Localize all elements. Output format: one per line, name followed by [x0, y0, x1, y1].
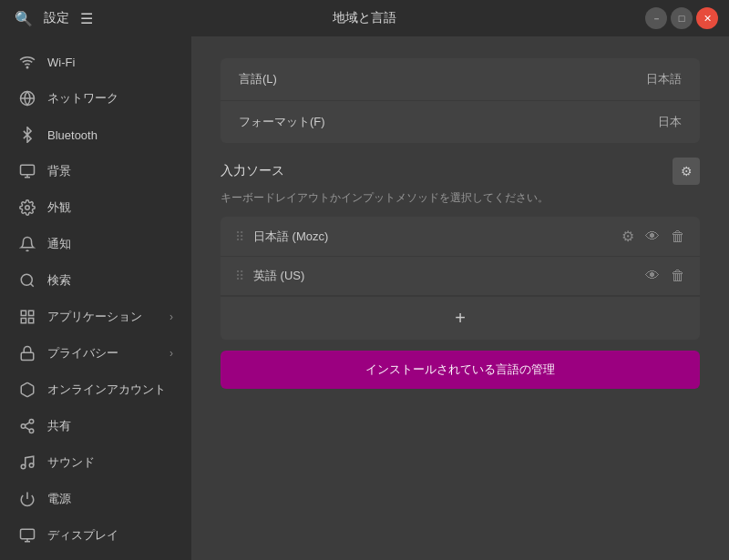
wifi-icon — [18, 53, 36, 71]
sidebar-label-online: オンラインアカウント — [47, 382, 166, 398]
sidebar-item-search[interactable]: 検索 — [4, 262, 188, 299]
share-icon — [18, 417, 36, 435]
sidebar-label-background: 背景 — [47, 163, 71, 179]
input-row-us: ⠿ 英語 (US) 👁 🗑 — [221, 257, 700, 296]
svg-rect-12 — [21, 319, 26, 323]
language-section: 言語(L) 日本語 フォーマット(F) 日本 — [221, 58, 700, 143]
input-source-list: ⠿ 日本語 (Mozc) ⚙ 👁 🗑 ⠿ 英語 (US) 👁 🗑 — [221, 217, 700, 340]
search-sidebar-icon — [18, 271, 36, 290]
drag-handle-mozc[interactable]: ⠿ — [235, 229, 244, 244]
svg-point-0 — [26, 66, 28, 68]
language-label: 言語(L) — [239, 71, 277, 87]
sidebar-label-notification: 通知 — [47, 236, 71, 252]
svg-point-14 — [29, 420, 34, 424]
window-title: 地域と言語 — [333, 10, 396, 26]
sidebar-item-display[interactable]: ディスプレイ — [4, 517, 188, 554]
power-icon — [18, 490, 36, 508]
language-value: 日本語 — [646, 71, 682, 87]
sidebar-item-appearance[interactable]: 外観 — [4, 189, 188, 226]
app-title: 設定 — [44, 10, 69, 26]
drag-handle-us[interactable]: ⠿ — [235, 269, 244, 283]
privacy-arrow: › — [169, 347, 173, 360]
search-button[interactable]: 🔍 — [11, 6, 36, 31]
svg-rect-22 — [21, 529, 35, 539]
settings-icon-mozc[interactable]: ⚙ — [621, 228, 634, 245]
sidebar-item-online[interactable]: オンラインアカウント — [4, 372, 188, 408]
sidebar-item-network[interactable]: ネットワーク — [4, 80, 188, 117]
display-icon — [18, 526, 36, 545]
input-row-actions-us: 👁 🗑 — [645, 268, 685, 284]
sound-icon — [18, 453, 36, 472]
menu-button[interactable]: ☰ — [77, 6, 97, 31]
maximize-button[interactable]: □ — [671, 7, 693, 29]
close-button[interactable]: ✕ — [696, 7, 718, 29]
notification-icon — [18, 235, 36, 253]
sidebar-item-apps[interactable]: アプリケーション › — [4, 299, 188, 335]
sidebar-label-wifi: Wi-Fi — [47, 56, 75, 69]
input-source-header: 入力ソース ⚙ — [221, 158, 700, 185]
bluetooth-icon — [18, 126, 36, 144]
titlebar: 🔍 設定 ☰ 地域と言語 － □ ✕ — [0, 0, 729, 36]
sidebar-item-wifi[interactable]: Wi-Fi — [4, 44, 188, 80]
sidebar-item-power[interactable]: 電源 — [4, 481, 188, 517]
svg-rect-9 — [21, 311, 26, 315]
svg-line-17 — [25, 427, 29, 430]
format-value: 日本 — [658, 114, 682, 130]
input-source-section: 入力ソース ⚙ キーボードレイアウトかインプットメソッドを選択してください。 ⠿… — [221, 158, 700, 389]
apps-icon — [18, 308, 36, 326]
svg-point-6 — [26, 206, 30, 210]
input-source-subtitle: キーボードレイアウトかインプットメソッドを選択してください。 — [221, 190, 700, 206]
input-name-mozc: 日本語 (Mozc) — [253, 229, 621, 245]
sidebar-label-appearance: 外観 — [47, 199, 71, 216]
background-icon — [18, 162, 36, 180]
sidebar-label-display: ディスプレイ — [47, 527, 118, 544]
svg-line-18 — [25, 423, 29, 425]
sidebar-label-apps: アプリケーション — [47, 309, 142, 325]
add-input-source-button[interactable]: + — [221, 296, 700, 340]
input-source-title: 入力ソース — [221, 163, 284, 179]
online-icon — [18, 381, 36, 399]
language-row[interactable]: 言語(L) 日本語 — [221, 58, 700, 101]
eye-icon-us[interactable]: 👁 — [645, 268, 660, 284]
sidebar-label-power: 電源 — [47, 491, 71, 507]
format-label: フォーマット(F) — [239, 114, 325, 130]
privacy-icon — [18, 344, 36, 362]
delete-icon-mozc[interactable]: 🗑 — [671, 229, 685, 245]
titlebar-left: 🔍 設定 ☰ — [11, 6, 97, 31]
add-icon: + — [455, 308, 466, 329]
svg-point-20 — [29, 463, 34, 468]
input-source-gear-button[interactable]: ⚙ — [673, 158, 700, 185]
input-name-us: 英語 (US) — [253, 268, 645, 284]
sidebar-item-sound[interactable]: サウンド — [4, 444, 188, 481]
apps-arrow: › — [169, 311, 173, 323]
minimize-button[interactable]: － — [645, 7, 667, 29]
eye-icon-mozc[interactable]: 👁 — [645, 229, 660, 245]
svg-rect-10 — [29, 311, 34, 315]
svg-point-15 — [21, 424, 26, 429]
svg-point-19 — [21, 464, 26, 469]
svg-line-8 — [30, 283, 33, 286]
sidebar-label-privacy: プライバシー — [47, 345, 118, 361]
svg-point-16 — [29, 429, 34, 433]
input-row-mozc: ⠿ 日本語 (Mozc) ⚙ 👁 🗑 — [221, 217, 700, 257]
sidebar-item-background[interactable]: 背景 — [4, 153, 188, 189]
sidebar-item-notification[interactable]: 通知 — [4, 226, 188, 262]
network-icon — [18, 89, 36, 107]
sidebar: Wi-Fi ネットワーク Bluetooth — [0, 36, 191, 560]
svg-rect-3 — [21, 165, 35, 175]
sidebar-label-share: 共有 — [47, 418, 71, 434]
sidebar-item-bluetooth[interactable]: Bluetooth — [4, 117, 188, 153]
svg-rect-11 — [29, 319, 34, 323]
sidebar-item-share[interactable]: 共有 — [4, 408, 188, 444]
appearance-icon — [18, 199, 36, 217]
window-controls: － □ ✕ — [645, 7, 718, 29]
sidebar-item-privacy[interactable]: プライバシー › — [4, 335, 188, 372]
sidebar-label-sound: サウンド — [47, 454, 95, 471]
input-row-actions-mozc: ⚙ 👁 🗑 — [621, 228, 685, 245]
manage-languages-button[interactable]: インストールされている言語の管理 — [221, 351, 700, 389]
delete-icon-us[interactable]: 🗑 — [671, 268, 685, 284]
format-row[interactable]: フォーマット(F) 日本 — [221, 101, 700, 143]
sidebar-label-network: ネットワーク — [47, 90, 118, 107]
content-area: 言語(L) 日本語 フォーマット(F) 日本 入力ソース ⚙ キーボードレイアウ… — [191, 36, 729, 560]
main-layout: Wi-Fi ネットワーク Bluetooth — [0, 36, 729, 560]
